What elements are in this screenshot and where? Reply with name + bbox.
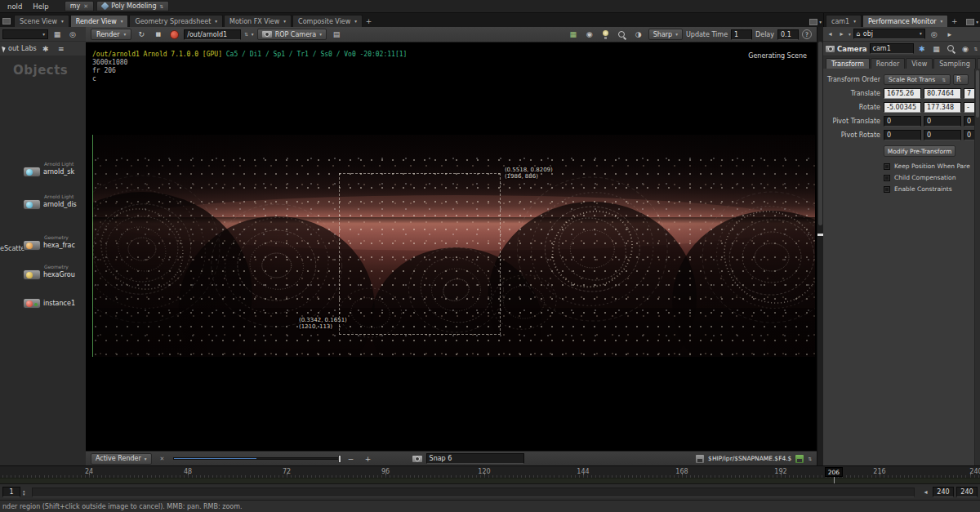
timeline-keyframe-row[interactable]: [0, 478, 980, 483]
render-image[interactable]: (0.5518, 0.8209)(1986, 886) (0.3342, 0.1…: [92, 135, 815, 357]
tab-performance-monitor[interactable]: Performance Monitor▾: [862, 15, 948, 27]
range-end-field[interactable]: 240: [956, 487, 978, 497]
chevron-down-icon[interactable]: ▾: [121, 19, 123, 24]
frame-stepper[interactable]: ▴▾: [23, 489, 25, 496]
menu-item[interactable]: nold: [3, 2, 26, 11]
rotate-y-field[interactable]: 177.348: [924, 102, 961, 113]
tab-sampling[interactable]: Sampling: [933, 58, 975, 69]
snapshot-camera-icon[interactable]: [412, 456, 422, 462]
add-tab-button[interactable]: +: [949, 15, 960, 27]
star-icon[interactable]: ✱: [39, 43, 52, 55]
lock-icon[interactable]: ◉: [960, 43, 972, 55]
close-icon[interactable]: ✕: [156, 453, 169, 465]
export-icon[interactable]: ▤: [330, 29, 343, 40]
nav-forward-icon[interactable]: ▸: [837, 30, 846, 38]
translate-y-field[interactable]: 80.7464: [924, 88, 961, 99]
scrollbar-thumb[interactable]: [818, 42, 822, 225]
link-icon[interactable]: ▸: [943, 29, 956, 40]
node-path-dropdown[interactable]: ⌂ obj ▾: [853, 29, 925, 39]
node-hexa-frac[interactable]: Geometry hexa_frac: [23, 234, 75, 251]
gamma-icon[interactable]: ◑: [632, 29, 645, 40]
desktop-tab-my[interactable]: my ✕: [65, 1, 94, 11]
image-plane-icon[interactable]: ▦: [567, 29, 580, 40]
toolbar-label-labs[interactable]: Labs: [21, 45, 37, 52]
select-cursor-icon[interactable]: [2, 45, 7, 52]
pane-maximize-icon[interactable]: [809, 19, 817, 25]
arnold-light-icon[interactable]: [23, 167, 41, 177]
tab-composite-view[interactable]: Composite View▾: [292, 15, 363, 27]
pause-render-icon[interactable]: ▮▮: [151, 29, 164, 40]
chevron-down-icon[interactable]: ▾: [354, 19, 357, 24]
tab-render[interactable]: Render: [871, 58, 905, 69]
render-button[interactable]: Render ▾: [91, 29, 131, 40]
modify-pretransform-button[interactable]: Modify Pre-Transform: [884, 145, 956, 157]
tab-render-view[interactable]: Render View▾: [70, 15, 129, 27]
render-viewport[interactable]: /out/arnold1 Arnold 7.1.0.0 [GPU] Ca5 / …: [86, 42, 817, 451]
pane-maximize-icon[interactable]: [966, 19, 974, 25]
tab-scene-view[interactable]: Scene View▾: [14, 15, 69, 27]
pin-icon[interactable]: ◎: [928, 29, 941, 40]
chevron-down-icon[interactable]: ▾: [123, 32, 126, 37]
geometry-icon[interactable]: [23, 269, 41, 280]
checkbox-enable-constraints[interactable]: Enable Constraints: [884, 185, 980, 193]
path-dropdown[interactable]: ▾: [2, 29, 48, 39]
parameter-scrollbar[interactable]: [974, 69, 980, 465]
render-mode-dropdown[interactable]: Active Render ▾: [91, 453, 152, 465]
zoom-in-button[interactable]: +: [362, 453, 375, 465]
defaults-icon[interactable]: ✱: [916, 43, 929, 55]
playhead[interactable]: 206: [825, 467, 843, 477]
nav-back-icon[interactable]: ◂: [826, 30, 835, 38]
filter-dropdown[interactable]: Sharp ▾: [648, 29, 683, 40]
grid-icon[interactable]: ▦: [51, 29, 64, 40]
node-name-field[interactable]: cam1: [870, 43, 914, 54]
chevron-down-icon[interactable]: ▾: [941, 19, 943, 24]
slider-handle[interactable]: [338, 455, 341, 463]
checkbox-icon[interactable]: [884, 186, 890, 193]
pivot-rotate-x-field[interactable]: 0: [884, 130, 921, 140]
viewport-scrollbar[interactable]: [817, 27, 823, 465]
menu-icon[interactable]: ≡: [55, 43, 68, 55]
arnold-light-icon[interactable]: [23, 199, 41, 210]
chevron-down-icon[interactable]: ▾: [215, 19, 217, 24]
tab-cam1[interactable]: cam1▾: [826, 15, 862, 27]
chevron-down-icon[interactable]: ▾: [283, 19, 286, 24]
tab-arnold[interactable]: Arnold: [977, 58, 980, 69]
node-hexagrou[interactable]: Geometry hexaGrou: [23, 264, 75, 280]
transform-order-dropdown[interactable]: Scale Rot Trans ⇅: [884, 74, 951, 85]
prev-frame-icon[interactable]: ◂: [921, 488, 930, 496]
network-editor[interactable]: Objects Arnold Light arnold_sk Arnold Li…: [0, 56, 86, 465]
magnifier-icon[interactable]: [945, 43, 957, 55]
help-button[interactable]: ?: [802, 29, 812, 39]
zoom-out-button[interactable]: −: [345, 453, 358, 465]
stop-render-icon[interactable]: [167, 29, 180, 40]
rotate-order-dropdown[interactable]: R: [953, 74, 969, 85]
tab-geometry-spreadsheet[interactable]: Geometry Spreadsheet▾: [129, 15, 223, 27]
tab-view[interactable]: View: [906, 58, 933, 69]
pin-icon[interactable]: ◎: [66, 29, 79, 40]
rop-path-field[interactable]: /out/arnold1: [184, 29, 241, 40]
tab-motion-fx-view[interactable]: Motion FX View▾: [224, 15, 292, 27]
pivot-rotate-y-field[interactable]: 0: [924, 130, 961, 140]
pane-split-icon[interactable]: [2, 18, 11, 24]
pivot-translate-y-field[interactable]: 0: [924, 116, 961, 127]
tab-transform[interactable]: Transform: [826, 58, 870, 69]
chevron-down-icon[interactable]: ▾: [252, 32, 254, 37]
save-snapshot-icon[interactable]: [696, 455, 704, 463]
checkbox-child-compensation[interactable]: Child Compensation: [884, 174, 980, 181]
end-frame-field[interactable]: 240: [933, 487, 954, 497]
close-icon[interactable]: ✕: [83, 3, 88, 10]
checkbox-keep-position[interactable]: Keep Position When Pare: [884, 163, 980, 170]
restart-render-icon[interactable]: ↻: [135, 29, 148, 40]
add-tab-button[interactable]: +: [363, 15, 374, 27]
translate-x-field[interactable]: 1675.26: [884, 88, 921, 99]
stepper-icon[interactable]: ⇅: [973, 47, 978, 51]
desktop-tab-poly-modeling[interactable]: Poly Modeling ⇅: [96, 1, 169, 11]
checkbox-icon[interactable]: [884, 175, 890, 181]
update-time-field[interactable]: 1: [731, 29, 752, 40]
node-arnold-dis[interactable]: Arnold Light arnold_dis: [23, 194, 77, 210]
start-frame-field[interactable]: 1: [2, 487, 20, 497]
lightbulb-icon[interactable]: [599, 29, 612, 40]
node-arnold-sk[interactable]: Arnold Light arnold_sk: [23, 161, 74, 177]
stepper-icon[interactable]: ⇅: [808, 456, 812, 461]
rotate-x-field[interactable]: -5.00345: [884, 102, 921, 113]
